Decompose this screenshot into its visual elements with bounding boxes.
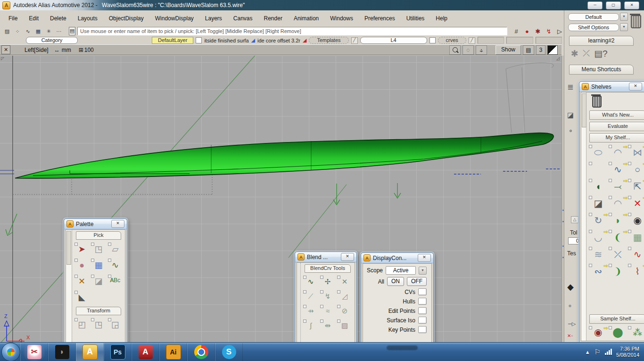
layer-checkbox[interactable] [196,37,202,43]
shelf-patch2-icon[interactable]: ◡ ⇨ [588,229,608,245]
displaycon-close-icon[interactable]: ✕ [418,254,431,262]
blendcrv-edit-icon[interactable]: ✕ [337,275,353,288]
taskbar-alias[interactable]: A [76,343,104,361]
shelf-measure-icon[interactable]: ⇱ ⇨ [627,178,644,194]
close-button[interactable]: ✕ [624,1,639,9]
menu-item[interactable]: Windows [324,13,359,24]
maximize-button[interactable]: ▢ [606,1,621,9]
more-tools-icon[interactable]: ⋯ [55,27,63,35]
prompt-line-input[interactable]: Use mouse or enter name of item to pick … [77,27,507,35]
shelf-scurve-icon[interactable]: ⌇ ⇨ [627,263,644,279]
sample-render-icon[interactable]: ◉ ⇨ [588,326,608,339]
shelf-flip-icon[interactable]: ◠ ⇨ [608,195,628,211]
palette-scrollbar[interactable] [66,230,72,360]
preset-dropdown-arrow-icon[interactable]: ▼ [620,13,628,21]
sample-joints-icon[interactable]: ⁂ [627,326,644,339]
black-blob-icon[interactable]: ◆ [567,282,574,292]
viewport-corner-grip-icon[interactable]: ◸ [1,56,4,61]
menu-item[interactable]: Render [258,13,288,24]
shelf-ncurve-icon[interactable]: ∿ ⇨ [608,161,628,177]
blend-close-icon[interactable]: ✕ [341,253,354,261]
display-option-checkbox[interactable] [418,288,427,295]
blend-tool-icon[interactable]: ↯ [320,290,336,302]
pick-box-icon[interactable]: ▨ [3,27,11,35]
tab-menu-shortcuts[interactable]: Menu Shortcuts [569,65,634,75]
shelf-fold-icon[interactable]: ❨ ⇨ [608,229,628,245]
shelf-cylinder-icon[interactable]: ⬭ [588,144,608,160]
shelf-circle-icon[interactable]: ○ ⇨ [627,161,644,177]
ladder-icon[interactable]: ≣ [567,83,573,92]
magnet-snap-icon[interactable]: ✱ [534,27,542,35]
zoom-icon[interactable] [449,45,461,55]
menu-item[interactable]: Layers [199,13,228,24]
shelf-options-arrow-icon[interactable]: ▼ [620,23,628,31]
taskbar-photoshop[interactable]: Ps [104,343,132,361]
pick-corner-icon[interactable]: ◣ [74,290,90,304]
layer-empty-slot[interactable] [536,37,562,44]
shelf-trash-icon[interactable] [592,96,602,108]
pick-editpoint-icon[interactable]: ✕ [74,274,90,288]
all-off-button[interactable]: OFF [407,277,427,286]
move-tool-icon[interactable]: ◰ [74,318,90,332]
layer-empty-slot[interactable] [478,37,504,44]
menu-item[interactable]: Edit [23,13,44,24]
taskbar-3d-app[interactable]: ◗ [48,343,76,361]
tray-expand-icon[interactable]: ▲ [585,349,590,355]
layer-slash-icon[interactable]: ╱ [351,37,358,44]
menu-item[interactable]: Layouts [72,13,103,24]
shelf-split-icon[interactable]: ◪ [588,195,608,211]
shelves-close-icon[interactable]: ✕ [629,83,642,91]
blend-tool-icon[interactable]: ⊘ [337,304,353,317]
palette-section-transform[interactable]: Transform [76,307,121,315]
menu-item[interactable]: File [3,13,23,24]
blendcrv-icon[interactable]: ∿ [303,275,319,288]
shelf-loop-icon[interactable]: ↻ ⇨ [588,212,608,228]
palette-title-bar[interactable]: A Palette ✕ [64,219,127,229]
menu-item[interactable]: Animation [288,13,324,24]
pick-plane-icon[interactable]: ▱ [107,242,123,256]
blend-tool-icon[interactable]: ⟋ [303,290,319,302]
bucket-slash-icon[interactable]: ◪ [567,111,574,119]
start-button[interactable] [1,343,20,361]
trash-icon[interactable] [631,15,641,28]
action-center-icon[interactable]: ⚐ [594,348,601,356]
layer-chip-templates[interactable]: Templates [309,37,348,44]
menu-item[interactable]: Preferences [359,13,401,24]
shelf-trim-icon[interactable]: ⋈ ⇨ [627,144,644,160]
pick-label-icon[interactable]: ᴬᴮᶜ [107,274,123,288]
menu-item[interactable]: ObjectDisplay [103,13,149,24]
shelf-patch-icon[interactable]: ◠ ⇨ [608,144,628,160]
pan-icon[interactable]: ↔↕ [476,45,487,55]
spinner-up-icon[interactable]: △ [571,216,578,223]
preset-dropdown[interactable]: Default [568,13,619,21]
shelf-detach-icon[interactable]: ◖ [588,178,608,194]
snap-tool-icon[interactable]: ✳ [44,27,53,35]
layer-chip-crves[interactable]: crves [438,37,466,44]
shelf-wrap-icon[interactable]: ◗ ⇨ [608,212,628,228]
display-option-checkbox[interactable] [418,317,427,324]
scope-dropdown[interactable]: Active [386,266,416,275]
layer-slash-icon[interactable]: ╱ [469,37,475,44]
pick-component-icon[interactable]: ⁘ [13,27,22,35]
pick-surface-icon[interactable]: ◪ [91,274,106,288]
taskbar-skype[interactable]: S [215,343,243,361]
minimize-button[interactable]: ─ [587,1,603,9]
shelf-n2-icon[interactable]: ∾ ⇨ [588,263,608,279]
taskbar-autocad[interactable]: A [132,343,159,361]
eraser-icon[interactable]: ↯ [545,27,553,35]
taskbar-illustrator[interactable]: Ai [159,343,187,361]
tab-whats-new[interactable]: What's New... [589,110,644,120]
layer-checkbox[interactable] [429,37,436,43]
display-option-checkbox[interactable] [418,298,427,305]
shelf-camera-icon[interactable]: ◉ [627,212,644,228]
blendcrv-tools-tab[interactable]: BlendCrv Tools [305,264,351,273]
menu-item[interactable]: Delete [44,13,72,24]
all-on-button[interactable]: ON [387,277,404,286]
menu-item[interactable]: WindowDisplay [149,13,199,24]
rotate-tool-icon[interactable]: ◳ [91,318,106,332]
menu-item[interactable]: Canvas [228,13,258,24]
scale-tool-icon[interactable]: ◲ [107,318,123,332]
shelf-redcurves-icon[interactable]: ∿ [627,246,644,262]
shelf-cross-icon[interactable]: ⤫ [608,246,628,262]
blend-title-bar[interactable]: A Blend ... ✕ [295,252,356,262]
